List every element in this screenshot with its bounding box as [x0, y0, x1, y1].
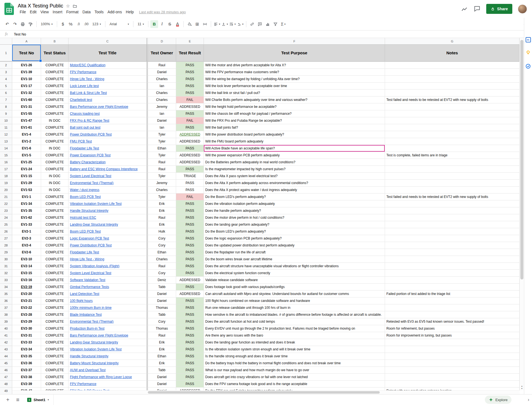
insert-comment-icon[interactable] [256, 20, 264, 28]
cell-test-purpose[interactable]: Do the battery trays hold the battery in… [204, 360, 385, 367]
row-header[interactable]: 49 [0, 388, 12, 394]
text-rotation-icon[interactable]: ▾ [236, 20, 244, 28]
cell-test-no[interactable]: EV1-4 [12, 131, 41, 138]
cell-notes[interactable] [385, 200, 520, 207]
cell-notes[interactable] [385, 187, 520, 193]
cell-test-purpose[interactable]: Is the handle strong enough and does it … [204, 353, 385, 360]
cell-test-no[interactable]: EV2-22 [12, 304, 41, 311]
cell-test-status[interactable]: COMPLETE [41, 263, 69, 270]
cell-test-result[interactable]: ADDRESSED [176, 152, 204, 159]
borders-icon[interactable]: ⊞ [193, 20, 201, 28]
row-header[interactable]: 22 [0, 200, 12, 207]
cell-test-title[interactable]: Software Validation Test [69, 277, 147, 284]
header-cell-owner[interactable]: Test Owner [148, 45, 176, 62]
cell-notes[interactable] [385, 159, 520, 166]
doc-title[interactable]: Alta X Testing Public [18, 3, 63, 9]
cell-test-owner[interactable]: Erik [148, 360, 176, 367]
cell-test-result[interactable]: FAIL [176, 193, 204, 200]
cell-test-status[interactable]: COMPLETE [41, 277, 69, 284]
cell-test-purpose[interactable]: Will the ball joints fail? [204, 124, 385, 131]
cell-test-purpose[interactable]: Validate release candidate software [204, 277, 385, 284]
cell-notes[interactable] [385, 117, 520, 124]
cell-test-owner[interactable]: Charles [148, 90, 176, 96]
cell-test-status[interactable]: IN DOC [41, 145, 69, 152]
cell-test-status[interactable]: COMPLETE [41, 228, 69, 235]
row-header[interactable]: 29 [0, 249, 12, 256]
cell-test-no[interactable]: EV2-4 [12, 242, 41, 249]
cell-test-status[interactable]: COMPLETE [41, 76, 69, 83]
sheet-tab[interactable]: 1 Sheet1 ▾ [23, 394, 54, 405]
cell-test-title[interactable]: Hinge Life Test - Wiring [69, 256, 147, 263]
cell-test-purpose[interactable]: Does the aircraft function at hot and co… [204, 318, 385, 325]
cell-test-title[interactable]: FPV Performance [69, 381, 147, 388]
cell-test-result[interactable]: FAIL [176, 96, 204, 103]
cell-test-purpose[interactable]: Run one release candidate unit through 1… [204, 304, 385, 311]
cell-test-status[interactable]: COMPLETE [41, 96, 69, 103]
vertical-align-icon[interactable]: ▾ [221, 20, 229, 28]
vertical-scrollbar-thumb[interactable] [520, 40, 523, 279]
cell-test-title[interactable]: System Level Electrical Test [69, 173, 147, 180]
menu-tools[interactable]: Tools [93, 9, 106, 15]
cell-test-result[interactable]: PASS [176, 297, 204, 304]
cell-test-title[interactable]: Handle Structural Integrity [69, 207, 147, 214]
cell-test-no[interactable]: EV2-30 [12, 325, 41, 332]
row-header[interactable]: 13 [0, 138, 12, 145]
cell-test-result[interactable]: PASS [176, 76, 204, 83]
column-header-D[interactable]: D [148, 38, 176, 45]
cell-test-status[interactable]: COMPLETE [41, 339, 69, 346]
cell-test-purpose[interactable]: Does footage look good with various payl… [204, 284, 385, 291]
row-header[interactable]: 35 [0, 291, 12, 297]
cell-test-no[interactable]: EV2-33 [12, 339, 41, 346]
cell-test-owner[interactable]: Daniel [148, 381, 176, 388]
cell-test-purpose[interactable]: Does the FPV camera footage look good an… [204, 381, 385, 388]
cell-notes[interactable] [385, 131, 520, 138]
cell-test-status[interactable]: COMPLETE [41, 256, 69, 263]
cell-test-owner[interactable]: Jeremy [148, 180, 176, 187]
cell-test-purpose[interactable]: Will Active Blade have an acceptable lif… [204, 145, 385, 152]
cell-notes[interactable] [385, 277, 520, 284]
cell-test-result[interactable]: PASS [176, 332, 204, 339]
cell-test-result[interactable]: PASS [176, 381, 204, 388]
cell-test-owner[interactable]: Tyler [148, 193, 176, 200]
cell-test-no[interactable]: EV2-31 [12, 332, 41, 339]
cell-test-purpose[interactable]: Will the FPV performance make customers … [204, 69, 385, 76]
cell-test-status[interactable]: COMPLETE [41, 159, 69, 166]
cell-test-status[interactable]: COMPLETE [41, 242, 69, 249]
cell-notes[interactable]: Room for refinement, but passes [385, 325, 520, 332]
row-header[interactable]: 43 [0, 346, 12, 353]
cell-test-title[interactable]: Landing Gear Structural Integrity [69, 339, 147, 346]
cell-test-result[interactable]: PASS [176, 124, 204, 131]
row-header[interactable]: 44 [0, 353, 12, 360]
bold-icon[interactable]: B [150, 20, 158, 28]
cell-test-purpose[interactable]: Does the aircraft structure have unaccep… [204, 263, 385, 270]
cell-test-result[interactable]: PASS [176, 235, 204, 242]
cell-test-result[interactable]: PASS [176, 200, 204, 207]
cell-notes[interactable] [385, 270, 520, 277]
row-header[interactable]: 7 [0, 96, 12, 103]
horizontal-scrollbar[interactable] [12, 390, 520, 394]
cell-test-title[interactable]: Flight Performance with Ring Lever Loose [69, 374, 147, 381]
cell-test-no[interactable]: EV1-1 [12, 193, 41, 200]
cell-test-status[interactable]: COMPLETE [41, 374, 69, 381]
row-header[interactable]: 38 [0, 311, 12, 318]
cell-notes[interactable] [385, 297, 520, 304]
cell-test-purpose[interactable]: Does the handle perform adequately? [204, 207, 385, 214]
cell-test-owner[interactable]: Tyler [148, 152, 176, 159]
cell-test-owner[interactable]: Erik [148, 221, 176, 228]
menu-data[interactable]: Data [80, 9, 93, 15]
cell-test-title[interactable]: 100 flight hours [69, 297, 147, 304]
cell-test-title[interactable]: Power Expansion PCB Test [69, 152, 147, 159]
row-header[interactable]: 12 [0, 131, 12, 138]
cell-test-owner[interactable]: Raul [148, 263, 176, 270]
cell-notes[interactable] [385, 374, 520, 381]
cell-test-status[interactable]: COMPLETE [41, 207, 69, 214]
cell-test-no[interactable]: EV1-5 [12, 152, 41, 159]
cell-test-purpose[interactable]: Will the ball link or strut fail / pull … [204, 90, 385, 96]
row-header[interactable]: 8 [0, 103, 12, 110]
cell-test-no[interactable]: EV1-2 [12, 138, 41, 145]
cell-test-no[interactable]: EV1-60 [12, 96, 41, 103]
menu-help[interactable]: Help [124, 9, 136, 15]
cell-test-status[interactable]: COMPLETE [41, 318, 69, 325]
cell-test-owner[interactable]: Tyler [148, 173, 176, 180]
cell-test-no[interactable]: EV1-26 [12, 62, 41, 69]
